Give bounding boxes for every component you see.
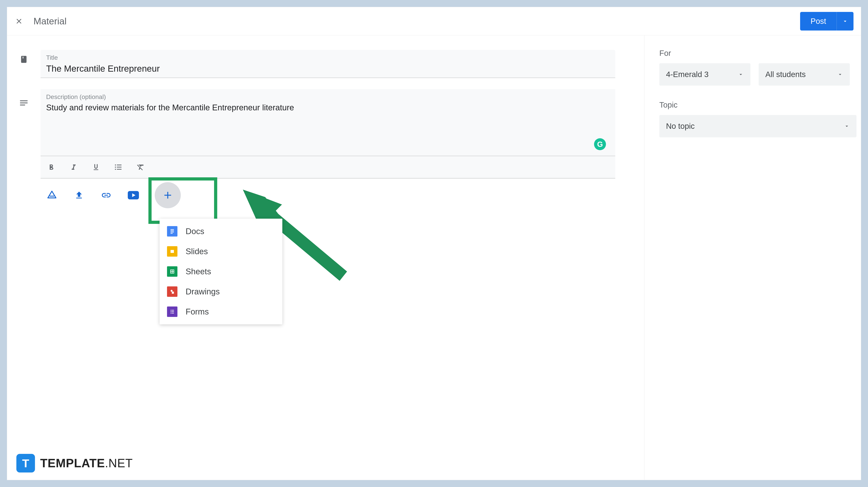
create-button[interactable] bbox=[155, 182, 181, 208]
description-section-icon bbox=[19, 97, 29, 108]
title-section-icon bbox=[19, 54, 29, 65]
create-menu-item-sheets[interactable]: Sheets bbox=[160, 261, 282, 282]
for-label: For bbox=[659, 49, 850, 58]
students-dropdown-value: All students bbox=[765, 70, 806, 79]
title-field[interactable]: Title The Mercantile Entrepreneur bbox=[40, 50, 615, 78]
create-menu-label: Forms bbox=[186, 307, 209, 316]
svg-rect-18 bbox=[170, 311, 171, 312]
svg-rect-19 bbox=[172, 311, 174, 312]
svg-rect-16 bbox=[170, 310, 171, 311]
bold-button[interactable] bbox=[46, 162, 57, 172]
slides-icon bbox=[167, 246, 178, 257]
clear-formatting-button[interactable] bbox=[135, 162, 146, 172]
close-icon[interactable] bbox=[14, 16, 24, 26]
chevron-down-icon bbox=[844, 123, 850, 129]
grammarly-icon[interactable]: G bbox=[594, 138, 606, 150]
bulleted-list-button[interactable] bbox=[113, 162, 124, 172]
topic-label: Topic bbox=[659, 101, 850, 109]
description-field-label: Description (optional) bbox=[46, 93, 610, 101]
title-field-label: Title bbox=[46, 54, 610, 61]
description-field-value: Study and review materials for the Merca… bbox=[46, 102, 610, 114]
svg-rect-2 bbox=[170, 229, 174, 230]
link-attach-icon[interactable] bbox=[100, 190, 112, 201]
class-dropdown[interactable]: 4-Emerald 3 bbox=[659, 63, 750, 86]
svg-point-13 bbox=[170, 290, 173, 292]
watermark-brand-main: TEMPLATE bbox=[40, 457, 105, 470]
chevron-down-icon bbox=[738, 71, 744, 78]
post-dropdown-button[interactable] bbox=[837, 12, 854, 30]
class-dropdown-value: 4-Emerald 3 bbox=[666, 70, 709, 79]
watermark: T TEMPLATE.NET bbox=[17, 454, 133, 472]
post-button-group: Post bbox=[800, 12, 854, 30]
watermark-text: TEMPLATE.NET bbox=[40, 456, 133, 470]
watermark-icon: T bbox=[17, 454, 35, 472]
main-area: Title The Mercantile Entrepreneur Descri… bbox=[7, 35, 861, 480]
create-menu-label: Slides bbox=[186, 247, 208, 256]
description-field[interactable]: Description (optional) Study and review … bbox=[40, 89, 615, 156]
create-menu-label: Drawings bbox=[186, 287, 220, 296]
create-menu-label: Docs bbox=[186, 227, 204, 236]
svg-rect-17 bbox=[172, 310, 174, 310]
docs-icon bbox=[167, 226, 178, 236]
formatting-toolbar bbox=[40, 156, 615, 178]
create-menu-item-forms[interactable]: Forms bbox=[160, 302, 282, 322]
topic-dropdown[interactable]: No topic bbox=[659, 115, 857, 137]
svg-rect-5 bbox=[170, 233, 173, 233]
italic-button[interactable] bbox=[68, 162, 79, 172]
svg-rect-4 bbox=[170, 232, 174, 232]
youtube-attach-icon[interactable] bbox=[128, 190, 139, 201]
title-field-value: The Mercantile Entrepreneur bbox=[46, 63, 610, 74]
svg-rect-20 bbox=[170, 313, 171, 314]
top-bar: Material Post bbox=[7, 7, 861, 35]
create-menu-item-slides[interactable]: Slides bbox=[160, 241, 282, 261]
upload-attach-icon[interactable] bbox=[73, 190, 85, 201]
create-menu-item-docs[interactable]: Docs bbox=[160, 221, 282, 241]
left-gutter bbox=[7, 35, 40, 480]
svg-rect-1 bbox=[170, 228, 175, 235]
post-button[interactable]: Post bbox=[800, 12, 837, 30]
create-menu: Docs Slides Sheets bbox=[160, 219, 282, 324]
page-title: Material bbox=[33, 16, 67, 27]
svg-rect-21 bbox=[172, 313, 174, 313]
sidebar: For 4-Emerald 3 All students bbox=[644, 35, 861, 480]
create-menu-item-drawings[interactable]: Drawings bbox=[160, 282, 282, 302]
svg-rect-3 bbox=[170, 231, 174, 231]
create-menu-label: Sheets bbox=[186, 267, 211, 276]
students-dropdown[interactable]: All students bbox=[758, 63, 850, 86]
attach-row: Docs Slides Sheets bbox=[40, 178, 644, 212]
topic-dropdown-value: No topic bbox=[666, 122, 695, 131]
forms-icon bbox=[167, 307, 178, 317]
svg-rect-14 bbox=[172, 292, 174, 294]
chevron-down-icon bbox=[837, 71, 843, 78]
drive-attach-icon[interactable] bbox=[46, 190, 58, 201]
underline-button[interactable] bbox=[91, 162, 101, 172]
content-column: Title The Mercantile Entrepreneur Descri… bbox=[40, 35, 644, 480]
sheets-icon bbox=[167, 266, 178, 277]
watermark-brand-suffix: .NET bbox=[105, 457, 133, 470]
drawings-icon bbox=[167, 286, 178, 297]
svg-rect-7 bbox=[170, 250, 174, 253]
